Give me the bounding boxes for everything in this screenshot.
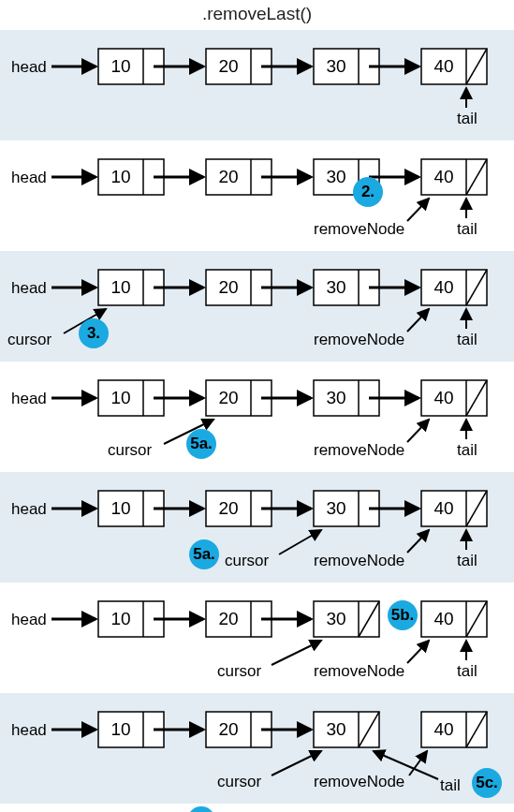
node-value: 20 [218, 56, 238, 76]
title: .removeLast() [0, 0, 514, 30]
cursor-label: cursor [217, 773, 262, 790]
node-value: 40 [433, 609, 453, 628]
node-value: 30 [326, 277, 345, 297]
cursor-label: cursor [225, 552, 270, 569]
removenode-label: removeNode [314, 220, 404, 238]
node-value: 20 [218, 498, 238, 518]
node-value: 30 [326, 719, 345, 739]
node-value: 20 [218, 719, 238, 739]
tail-label: tail [457, 441, 477, 459]
head-label: head [11, 721, 47, 739]
diagram-rows: 10203040headtail10203040headtailremoveNo… [0, 30, 514, 804]
node-value: 10 [110, 609, 130, 628]
node-value: 40 [433, 277, 453, 297]
badge-text: 3. [87, 324, 100, 342]
cursor-label: cursor [7, 331, 52, 348]
badge-text: 5a. [190, 435, 213, 452]
head-label: head [11, 611, 47, 628]
removenode-arrow [407, 420, 429, 442]
node-value: 20 [218, 609, 238, 628]
tail-label: tail [457, 220, 477, 238]
tail-label: tail [440, 776, 461, 794]
removenode-label: removeNode [314, 331, 404, 348]
badge-text: 5b. [391, 606, 415, 624]
node-value: 10 [110, 719, 130, 739]
footer: 7. 40 is returned [0, 804, 514, 812]
node-value: 30 [326, 498, 345, 518]
removenode-label: removeNode [314, 441, 404, 459]
node-value: 40 [433, 719, 453, 739]
node-value: 30 [326, 56, 345, 76]
head-label: head [11, 169, 47, 186]
head-label: head [11, 279, 47, 297]
tail-label: tail [457, 662, 477, 680]
removenode-arrow [407, 530, 429, 553]
node-value: 40 [433, 167, 453, 186]
badge-text: 5c. [476, 774, 498, 791]
removenode-arrow [407, 199, 429, 221]
node-value: 10 [110, 56, 130, 76]
head-label: head [11, 58, 47, 76]
node-value: 10 [110, 167, 130, 186]
head-label: head [11, 390, 47, 407]
removenode-arrow [409, 751, 427, 775]
tail-label: tail [457, 552, 477, 569]
cursor-label: cursor [217, 662, 262, 680]
node-value: 40 [433, 56, 453, 76]
tail-label: tail [457, 110, 477, 127]
cursor-label: cursor [108, 441, 153, 459]
badge-text: 2. [361, 183, 374, 200]
badge-text: 5a. [193, 545, 215, 563]
node-value: 40 [433, 388, 453, 407]
removenode-arrow [407, 309, 429, 332]
removenode-label: removeNode [314, 552, 404, 569]
node-value: 40 [433, 498, 453, 518]
node-value: 20 [218, 167, 238, 186]
node-value: 20 [218, 277, 238, 297]
node-value: 10 [110, 277, 130, 297]
node-value: 30 [326, 388, 345, 407]
removenode-label: removeNode [314, 773, 404, 790]
node-value: 10 [110, 388, 130, 407]
tail-label: tail [457, 331, 477, 348]
node-value: 30 [326, 167, 345, 186]
node-value: 30 [326, 609, 345, 628]
head-label: head [11, 500, 47, 518]
removenode-arrow [407, 641, 429, 663]
node-value: 20 [218, 388, 238, 407]
node-value: 10 [110, 498, 130, 518]
removenode-label: removeNode [314, 662, 404, 680]
